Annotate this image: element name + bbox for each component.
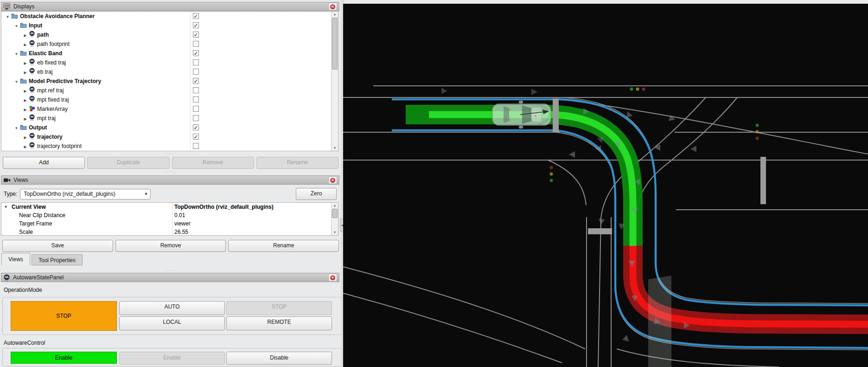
- views-save-button[interactable]: Save: [2, 240, 113, 252]
- tree-item-label: Obstacle Avoidance Planner: [20, 13, 95, 19]
- scroll-down-icon[interactable]: ▼: [332, 230, 338, 235]
- property-row[interactable]: Near Clip Distance0.01: [1, 211, 338, 219]
- tree-row-eb-traj[interactable]: ▶eb traj: [1, 67, 338, 77]
- displays-icon: [3, 3, 11, 10]
- enable-checkbox[interactable]: ✓: [193, 124, 199, 130]
- tree-item-label: Elastic Band: [29, 50, 62, 57]
- tree-item-label: trajectory footprint: [37, 143, 82, 149]
- displays-close-icon[interactable]: ✕: [328, 3, 337, 11]
- displays-tree[interactable]: ▼Obstacle Avoidance Planner✓▼Input✓▶path…: [1, 11, 338, 151]
- expand-icon[interactable]: ▶: [22, 31, 29, 40]
- displays-add-button[interactable]: Add: [3, 157, 85, 169]
- property-value[interactable]: 0.01: [172, 211, 331, 219]
- east-stop-line: [760, 157, 766, 204]
- enable-checkbox[interactable]: [193, 41, 199, 47]
- collapse-icon[interactable]: ▼: [13, 22, 20, 31]
- property-row[interactable]: Target Frameviewer: [1, 219, 338, 228]
- zero-button[interactable]: Zero: [296, 188, 337, 200]
- scrollbar-thumb[interactable]: [332, 18, 338, 70]
- tree-row-eb-fixed-traj[interactable]: ▶eb fixed traj: [1, 58, 338, 67]
- enable-checkbox[interactable]: [193, 97, 199, 103]
- enable-checkbox[interactable]: [193, 143, 199, 149]
- enable-checkbox[interactable]: [193, 87, 199, 93]
- enable-checkbox[interactable]: [193, 69, 199, 75]
- scroll-up-icon[interactable]: ▲: [332, 12, 338, 17]
- collapse-icon[interactable]: ▼: [13, 50, 20, 59]
- views-close-icon[interactable]: ✕: [328, 176, 337, 184]
- tree-row-mpt-fixed-traj[interactable]: ▶mpt fixed traj: [1, 95, 338, 104]
- tree-item-label: mpt fixed traj: [37, 97, 69, 103]
- tree-row-trajectory-footprint[interactable]: ▶trajectory footprint: [1, 142, 338, 151]
- enable-checkbox[interactable]: ✓: [193, 13, 199, 19]
- views-remove-button[interactable]: Remove: [115, 240, 226, 252]
- tree-row-markerarray[interactable]: ▶MarkerArray: [1, 104, 338, 114]
- enable-checkbox[interactable]: ✓: [193, 134, 199, 140]
- tree-row-path-footprint[interactable]: ▶path footprint: [1, 39, 338, 49]
- property-row[interactable]: ▼Current ViewTopDownOrtho (rviz_default_…: [1, 203, 338, 211]
- operation-mode-auto-button[interactable]: AUTO: [119, 301, 225, 315]
- tree-row-trajectory[interactable]: ▶trajectory✓: [1, 132, 338, 142]
- enable-checkbox[interactable]: [193, 115, 199, 121]
- displays-panel-header[interactable]: Displays ✕: [1, 2, 339, 11]
- enable-checkbox[interactable]: ✓: [193, 50, 199, 56]
- views-panel-header[interactable]: Views ✕: [1, 175, 339, 185]
- property-value[interactable]: TopDownOrtho (rviz_default_plugins): [172, 203, 331, 211]
- ego-stop-line: [553, 98, 559, 132]
- expand-icon[interactable]: ▶: [22, 40, 29, 50]
- collapse-icon[interactable]: ▼: [13, 77, 20, 87]
- expand-icon[interactable]: ▶: [22, 142, 29, 151]
- displays-tree-scrollbar[interactable]: ▲ ▼: [331, 12, 338, 151]
- views-table-scrollbar[interactable]: ▲ ▼: [331, 203, 338, 235]
- tree-item-label: Output: [29, 124, 47, 131]
- tree-row-path[interactable]: ▶path✓: [1, 30, 338, 39]
- autoware-icon: [29, 58, 35, 68]
- scroll-down-icon[interactable]: ▼: [332, 145, 338, 151]
- splitter-handle[interactable]: ······: [0, 152, 341, 156]
- expand-icon[interactable]: ▶: [22, 133, 29, 142]
- tree-row-mpt-traj[interactable]: ▶mpt traj: [1, 114, 338, 123]
- scroll-up-icon[interactable]: ▲: [332, 203, 338, 208]
- state-close-icon[interactable]: ✕: [328, 274, 337, 282]
- tab-tool-properties[interactable]: Tool Properties: [32, 254, 83, 265]
- tree-row-obstacle-avoidance-planner[interactable]: ▼Obstacle Avoidance Planner✓: [1, 12, 338, 21]
- autoware-control-disable-button[interactable]: Disable: [226, 352, 332, 365]
- 3d-viewport[interactable]: [343, 4, 868, 367]
- expand-icon[interactable]: ▶: [22, 96, 29, 105]
- view-type-select[interactable]: TopDownOrtho (rviz_default_plugins) ▼: [20, 189, 151, 200]
- tree-row-model-predictive-trajectory[interactable]: ▼Model Predictive Trajectory✓: [1, 77, 338, 86]
- enable-checkbox[interactable]: [193, 106, 199, 112]
- expand-icon[interactable]: ▶: [22, 59, 29, 68]
- expand-icon[interactable]: ▶: [22, 115, 29, 124]
- autoware-icon: [29, 68, 35, 77]
- expand-icon[interactable]: ▶: [22, 87, 29, 96]
- operation-mode-local-button[interactable]: LOCAL: [119, 316, 225, 330]
- property-value[interactable]: viewer: [172, 219, 331, 228]
- folder-icon: [20, 50, 27, 59]
- view-properties-table[interactable]: ▼Current ViewTopDownOrtho (rviz_default_…: [1, 202, 338, 236]
- scrollbar-thumb[interactable]: [332, 209, 338, 218]
- splitter-handle[interactable]: ······: [0, 170, 341, 174]
- enable-checkbox[interactable]: ✓: [193, 22, 199, 28]
- autoware-icon: [29, 86, 35, 96]
- enable-checkbox[interactable]: [193, 59, 199, 65]
- collapse-icon[interactable]: ▼: [4, 203, 8, 211]
- operation-mode-remote-button[interactable]: REMOTE: [226, 316, 332, 330]
- folder-icon: [11, 13, 18, 22]
- property-row[interactable]: Scale26.55: [1, 228, 338, 236]
- tree-row-input[interactable]: ▼Input✓: [1, 21, 338, 30]
- tree-row-mpt-ref-traj[interactable]: ▶mpt ref traj: [1, 86, 338, 95]
- views-rename-button[interactable]: Rename: [228, 240, 339, 252]
- tab-views[interactable]: Views: [1, 253, 30, 265]
- tree-item-label: Model Predictive Trajectory: [29, 78, 101, 84]
- collapse-icon[interactable]: ▼: [4, 13, 11, 22]
- state-panel-header[interactable]: AutowareStatePanel ✕: [1, 273, 339, 282]
- collapse-icon[interactable]: ▼: [13, 124, 20, 133]
- tree-row-elastic-band[interactable]: ▼Elastic Band✓: [1, 49, 338, 58]
- splitter-handle[interactable]: ······: [0, 269, 341, 273]
- property-value[interactable]: 26.55: [172, 228, 331, 236]
- enable-checkbox[interactable]: ✓: [193, 32, 199, 38]
- expand-icon[interactable]: ▶: [22, 68, 29, 77]
- expand-icon[interactable]: ▶: [22, 105, 29, 115]
- tree-row-output[interactable]: ▼Output✓: [1, 123, 338, 132]
- enable-checkbox[interactable]: ✓: [193, 78, 199, 84]
